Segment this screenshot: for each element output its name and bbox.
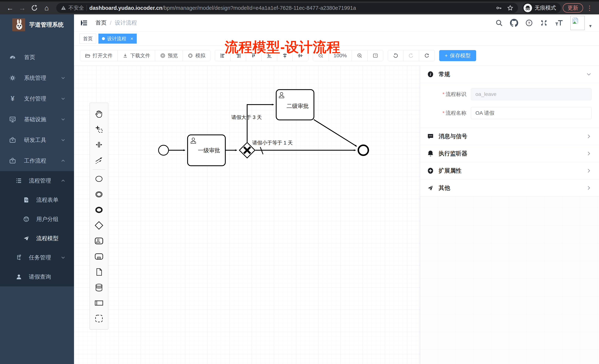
app-logo[interactable]: 芋道管理系统 — [0, 14, 74, 34]
sidebar-item-process-mgmt[interactable]: 流程管理 — [0, 171, 74, 190]
comment-icon — [427, 133, 434, 140]
section-general[interactable]: i 常规 — [420, 66, 599, 83]
flow-gateway-to-task2[interactable] — [247, 105, 273, 142]
palette-start-event[interactable] — [90, 171, 108, 187]
tag-active-dot — [102, 37, 105, 40]
breadcrumb: 首页 / 设计流程 — [96, 19, 137, 27]
palette-lasso-tool[interactable] — [90, 121, 108, 137]
open-file-button[interactable]: 打开文件 — [80, 50, 118, 61]
redo-button[interactable] — [404, 50, 419, 61]
browser-forward-button[interactable]: → — [17, 3, 27, 13]
plus-circle-icon — [427, 167, 434, 174]
sidebar: 芋道管理系统 首页 系统管理 ¥ 支付管理 — [0, 14, 74, 364]
app-shell: 芋道管理系统 首页 系统管理 ¥ 支付管理 — [0, 14, 599, 364]
browser-menu-button[interactable]: ⋮ — [585, 4, 594, 12]
chevron-down-icon — [61, 96, 65, 101]
sidebar-item-payment[interactable]: ¥ 支付管理 — [0, 88, 74, 109]
palette-gateway[interactable] — [90, 218, 108, 233]
sidebar-item-user-group[interactable]: 用户分组 — [0, 210, 74, 229]
bookmark-star-icon[interactable] — [507, 5, 513, 11]
sidebar-item-system[interactable]: 系统管理 — [0, 68, 74, 88]
process-name-label: *流程名称 — [424, 110, 466, 117]
button-label: 模拟 — [195, 52, 205, 59]
section-execution-listener[interactable]: 执行监听器 — [420, 145, 599, 162]
preview-button[interactable]: 预览 — [155, 50, 183, 61]
restart-button[interactable] — [419, 50, 435, 61]
tag-design-process[interactable]: 设计流程 × — [98, 34, 137, 44]
password-key-icon[interactable] — [496, 5, 502, 11]
sidebar-item-task-mgmt[interactable]: 任务管理 — [0, 248, 74, 267]
sidebar-menu: 首页 系统管理 ¥ 支付管理 基础设施 — [0, 47, 74, 286]
browser-update-button[interactable]: 更新 — [563, 3, 583, 13]
start-event[interactable] — [159, 145, 168, 155]
palette-intermediate-event[interactable] — [90, 187, 108, 202]
toolbox-icon — [9, 136, 16, 144]
simulate-button[interactable]: 模拟 — [183, 50, 210, 61]
browser-back-button[interactable]: ← — [5, 3, 15, 13]
sidebar-collapse-button[interactable] — [80, 19, 88, 27]
sidebar-item-process-form[interactable]: 流程表单 — [0, 190, 74, 210]
sidebar-item-label: 支付管理 — [24, 95, 46, 102]
avatar[interactable] — [570, 16, 585, 30]
tag-home[interactable]: 首页 — [79, 34, 96, 44]
button-label: 下载文件 — [130, 52, 150, 59]
undo-button[interactable] — [388, 50, 404, 61]
browser-tabstrip — [0, 0, 599, 1]
chip-icon — [188, 53, 193, 58]
folder-open-icon — [85, 53, 90, 58]
address-bar[interactable]: 不安全 dashboard.yudao.iocoder.cn/bpm/manag… — [56, 3, 518, 13]
sidebar-item-workflow[interactable]: 工作流程 — [0, 150, 74, 171]
zoom-in-button[interactable] — [352, 50, 368, 61]
default-flow-marker — [260, 147, 263, 154]
palette-hand-tool[interactable] — [90, 106, 108, 121]
download-file-button[interactable]: 下载文件 — [118, 50, 155, 61]
sidebar-item-home[interactable]: 首页 — [0, 47, 74, 68]
tag-label: 设计流程 — [107, 35, 126, 42]
properties-panel: i 常规 *流程标识 *流程名称 — [420, 66, 599, 364]
zoom-reset-button[interactable] — [368, 50, 383, 61]
search-icon[interactable] — [495, 19, 503, 27]
site-security[interactable]: 不安全 — [61, 4, 84, 11]
flow-task2-to-end[interactable] — [314, 119, 357, 146]
section-other[interactable]: 其他 — [420, 179, 599, 196]
tag-close-icon[interactable]: × — [130, 36, 133, 42]
help-icon[interactable]: ? — [525, 19, 533, 27]
palette-data-store[interactable] — [90, 280, 108, 295]
end-event[interactable] — [358, 145, 368, 155]
process-key-input[interactable] — [471, 88, 592, 100]
fullscreen-icon[interactable] — [540, 19, 548, 27]
save-model-button[interactable]: + 保存模型 — [439, 50, 476, 61]
breadcrumb-home[interactable]: 首页 — [96, 19, 106, 27]
palette-user-task[interactable] — [90, 233, 108, 249]
palette-global-connect-tool[interactable] — [90, 152, 108, 168]
avatar-caret-icon[interactable]: ▾ — [589, 23, 592, 29]
chevron-down-icon — [61, 76, 65, 80]
history-button-group — [388, 50, 435, 61]
palette-group[interactable] — [90, 311, 108, 326]
sidebar-item-devtools[interactable]: 研发工具 — [0, 130, 74, 150]
info-icon: i — [427, 71, 434, 78]
browser-home-button[interactable]: ⌂ — [41, 3, 52, 13]
sidebar-item-process-model[interactable]: 流程模型 — [0, 229, 74, 248]
palette-subprocess[interactable] — [90, 249, 108, 264]
github-icon[interactable] — [510, 19, 518, 27]
section-message-signal[interactable]: 消息与信号 — [420, 128, 599, 145]
palette-space-tool[interactable] — [90, 137, 108, 152]
person-icon — [15, 273, 23, 280]
palette-participant-pool[interactable] — [90, 295, 108, 311]
process-name-input[interactable] — [471, 107, 592, 119]
bpmn-canvas[interactable]: .flow { stroke:#000; stroke-width:4.5; f… — [74, 66, 599, 364]
palette-end-event[interactable] — [90, 202, 108, 218]
palette-data-object[interactable] — [90, 264, 108, 280]
sidebar-item-label: 请假查询 — [29, 273, 51, 281]
section-extended-attributes[interactable]: 扩展属性 — [420, 162, 599, 179]
sidebar-item-leave-query[interactable]: 请假查询 — [0, 267, 74, 286]
url-path: /bpm/manager/model/design?modelId=e4a1a1… — [162, 5, 356, 11]
sidebar-item-infra[interactable]: 基础设施 — [0, 109, 74, 130]
yen-icon: ¥ — [9, 95, 16, 102]
browser-reload-button[interactable] — [29, 3, 40, 13]
palette-separator — [93, 169, 105, 170]
plus-icon: + — [445, 53, 448, 59]
gear-icon — [9, 75, 16, 82]
font-size-icon[interactable] — [555, 19, 563, 27]
